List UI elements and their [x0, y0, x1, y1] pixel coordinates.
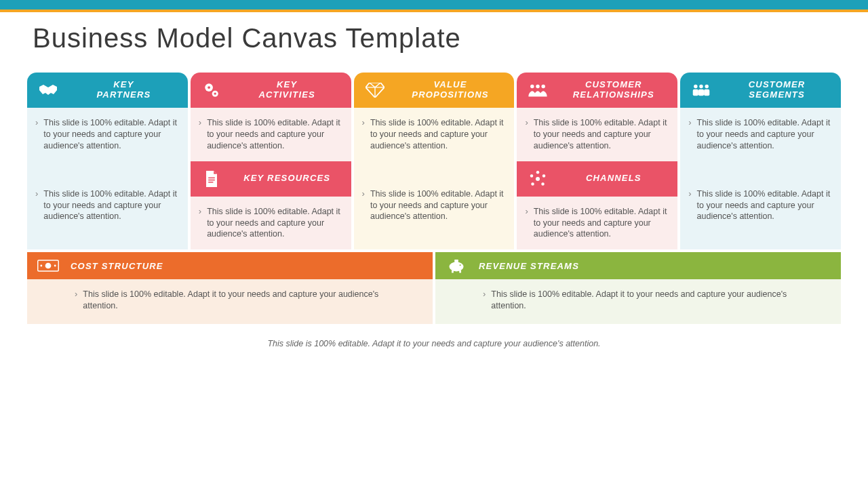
svg-point-10: [536, 177, 540, 181]
key-partners-body-2: This slide is 100% editable. Adapt it to…: [27, 179, 188, 250]
customer-segments-label: CUSTOMERSEGMENTS: [719, 80, 834, 100]
revenue-streams-header: REVENUE STREAMS: [435, 252, 841, 279]
relationships-channels-column: CUSTOMERRELATIONSHIPS This slide is 100%…: [517, 73, 677, 249]
placeholder-text: This slide is 100% editable. Adapt it to…: [43, 117, 179, 152]
customer-segments-column: CUSTOMERSEGMENTS This slide is 100% edit…: [680, 73, 841, 249]
decorative-bar-teal: [0, 0, 868, 9]
value-propositions-header: VALUEPROPOSITIONS: [354, 73, 515, 108]
value-propositions-label: VALUEPROPOSITIONS: [393, 80, 508, 100]
revenue-streams-label: REVENUE STREAMS: [479, 261, 579, 271]
channels-header: CHANNELS: [517, 161, 677, 197]
customer-segments-header: CUSTOMERSEGMENTS: [680, 73, 841, 108]
svg-rect-27: [454, 260, 458, 262]
cost-structure-body: This slide is 100% editable. Adapt it to…: [27, 279, 433, 324]
svg-point-13: [532, 182, 535, 186]
placeholder-text: This slide is 100% editable. Adapt it to…: [534, 117, 669, 152]
svg-rect-5: [208, 179, 215, 180]
placeholder-text: This slide is 100% editable. Adapt it to…: [370, 188, 506, 223]
svg-point-26: [450, 262, 464, 272]
placeholder-text: This slide is 100% editable. Adapt it to…: [207, 117, 342, 152]
svg-point-3: [214, 93, 216, 95]
customer-relationships-header: CUSTOMERRELATIONSHIPS: [517, 73, 677, 108]
key-partners-label: KEYPARTNERS: [66, 80, 181, 100]
svg-rect-30: [459, 270, 461, 273]
value-propositions-body-1: This slide is 100% editable. Adapt it to…: [354, 108, 515, 179]
customer-relationships-label: CUSTOMERRELATIONSHIPS: [556, 80, 671, 100]
svg-point-18: [705, 85, 709, 88]
cost-structure-header: COST STRUCTURE: [27, 252, 433, 279]
svg-point-14: [542, 182, 545, 186]
customer-relationships-body: This slide is 100% editable. Adapt it to…: [517, 108, 677, 161]
svg-point-25: [54, 265, 56, 267]
placeholder-text: This slide is 100% editable. Adapt it to…: [370, 117, 506, 152]
svg-point-23: [45, 263, 52, 269]
channels-body: This slide is 100% editable. Adapt it to…: [517, 197, 677, 250]
handshake-icon: [37, 83, 60, 98]
svg-point-15: [536, 171, 540, 174]
placeholder-text: This slide is 100% editable. Adapt it to…: [207, 206, 342, 241]
key-resources-label: KEY RESOURCES: [230, 174, 344, 184]
canvas-grid: KEYPARTNERS This slide is 100% editable.…: [27, 73, 841, 324]
cost-structure-label: COST STRUCTURE: [71, 261, 163, 271]
revenue-streams-body: This slide is 100% editable. Adapt it to…: [435, 279, 841, 324]
svg-rect-29: [452, 270, 454, 273]
svg-point-8: [536, 85, 540, 88]
piggy-bank-icon: [445, 258, 468, 273]
svg-rect-20: [698, 89, 704, 96]
svg-rect-21: [704, 89, 709, 96]
gears-icon: [200, 81, 223, 99]
slide-title: Business Model Canvas Template: [0, 12, 868, 73]
key-activities-body: This slide is 100% editable. Adapt it to…: [191, 108, 351, 161]
placeholder-text: This slide is 100% editable. Adapt it to…: [83, 289, 406, 312]
customer-segments-body-2: This slide is 100% editable. Adapt it to…: [680, 179, 841, 250]
key-resources-header: KEY RESOURCES: [191, 161, 351, 197]
revenue-streams-column: REVENUE STREAMS This slide is 100% edita…: [435, 252, 841, 324]
value-propositions-column: VALUEPROPOSITIONS This slide is 100% edi…: [354, 73, 515, 249]
key-partners-column: KEYPARTNERS This slide is 100% editable.…: [27, 73, 188, 249]
svg-rect-4: [208, 177, 215, 178]
key-activities-header: KEYACTIVITIES: [191, 73, 351, 108]
svg-rect-6: [208, 182, 213, 183]
svg-point-9: [542, 85, 545, 88]
svg-point-24: [40, 265, 42, 267]
placeholder-text: This slide is 100% editable. Adapt it to…: [43, 188, 179, 223]
cost-structure-column: COST STRUCTURE This slide is 100% editab…: [27, 252, 433, 324]
footer-note: This slide is 100% editable. Adapt it to…: [0, 339, 868, 348]
key-partners-header: KEYPARTNERS: [27, 73, 188, 108]
svg-point-2: [208, 86, 210, 89]
activities-resources-column: KEYACTIVITIES This slide is 100% editabl…: [191, 73, 351, 249]
customer-segments-body-1: This slide is 100% editable. Adapt it to…: [680, 108, 841, 179]
svg-point-7: [530, 85, 534, 88]
key-partners-body-1: This slide is 100% editable. Adapt it to…: [27, 108, 188, 179]
key-resources-body: This slide is 100% editable. Adapt it to…: [191, 197, 351, 250]
svg-rect-19: [693, 89, 698, 96]
placeholder-text: This slide is 100% editable. Adapt it to…: [697, 188, 833, 223]
svg-point-17: [699, 85, 703, 88]
people-team-icon: [526, 83, 549, 98]
money-icon: [37, 259, 60, 272]
placeholder-text: This slide is 100% editable. Adapt it to…: [491, 289, 814, 312]
svg-point-16: [694, 85, 697, 88]
svg-point-28: [460, 265, 461, 266]
placeholder-text: This slide is 100% editable. Adapt it to…: [534, 206, 669, 241]
placeholder-text: This slide is 100% editable. Adapt it to…: [697, 117, 833, 152]
network-icon: [526, 171, 549, 187]
diamond-icon: [363, 83, 387, 98]
key-activities-label: KEYACTIVITIES: [230, 80, 344, 100]
document-icon: [200, 171, 223, 187]
people-group-icon: [690, 83, 713, 98]
svg-point-12: [542, 174, 546, 178]
channels-label: CHANNELS: [556, 174, 671, 184]
value-propositions-body-2: This slide is 100% editable. Adapt it to…: [354, 179, 515, 250]
svg-point-11: [530, 174, 534, 178]
